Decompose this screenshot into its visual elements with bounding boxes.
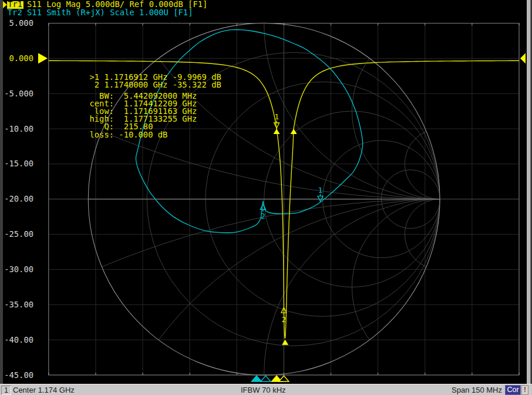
marker-readout: >1 1.1716912 GHz -9.9969 dB 2 1.1740000 …: [90, 73, 221, 89]
y-axis-label: -30.00: [0, 266, 33, 273]
y-axis-label: -35.00: [0, 301, 33, 309]
smith-reactance-arc: [88, 199, 532, 384]
y-axis-label: -25.00: [0, 230, 33, 238]
marker-number-label: 2: [281, 315, 286, 324]
y-axis-label: -20.00: [0, 195, 33, 203]
y-axis-label: 0.000: [0, 55, 33, 62]
status-bar: 1 Center 1.174 GHz IFBW 70 kHz Span 150 …: [0, 384, 532, 395]
smith-reactance-arc: [264, 199, 532, 384]
status-span[interactable]: Span 150 MHz: [452, 386, 502, 394]
y-axis-label: 5.000: [0, 19, 33, 27]
smith-reactance-arc: [0, 199, 532, 384]
status-ifbw[interactable]: IFBW 70 kHz: [241, 386, 286, 394]
y-axis-label: -10.00: [0, 125, 33, 133]
readout-line: loss: -10.000 dB: [90, 131, 197, 139]
marker-number-label: 1: [318, 186, 323, 195]
trace2-settings[interactable]: Tr2 S11 Smith (R+jX) Scale 1.000U [F1]: [8, 9, 193, 17]
readout-line: 2 1.1740000 GHz -35.322 dB: [90, 81, 221, 89]
y-axis-label: -40.00: [0, 336, 33, 344]
smith-reactance-arc: [0, 0, 532, 199]
measurement-plot: 1212: [0, 0, 532, 384]
bandwidth-search-triangle[interactable]: [274, 129, 280, 134]
correction-status-badge[interactable]: Cor: [505, 385, 521, 395]
active-trace-triangle-icon: [3, 1, 7, 8]
marker-number-label: 1: [274, 112, 279, 121]
smith-reactance-arc: [264, 0, 532, 199]
channel-indicator[interactable]: 1: [1, 386, 11, 395]
window-right-border: [526, 0, 532, 395]
vna-screen: 1212 Tr1 S11 Log Mag 5.000dB/ Ref 0.000d…: [0, 0, 532, 395]
reference-level-triangle-left[interactable]: [38, 53, 48, 63]
bandwidth-readout: BW: 5.442092000 MHzcent: 1.174412209 GHz…: [90, 92, 197, 139]
smith-reactance-arc: [352, 23, 527, 199]
reference-level-triangle-right[interactable]: [520, 53, 526, 63]
y-axis-label: -45.00: [0, 371, 33, 379]
trace2-marker2-stimulus-triangle[interactable]: [261, 376, 271, 381]
marker-number-label: 2: [261, 212, 265, 220]
y-axis-label: -5.000: [0, 90, 33, 98]
trace1-marker2-stimulus-triangle[interactable]: [279, 376, 289, 381]
trace2-marker-2[interactable]: 2: [260, 204, 265, 220]
status-center-frequency[interactable]: Center 1.174 GHz: [13, 386, 75, 394]
smith-reactance-arc: [352, 199, 527, 375]
y-axis-label: -15.00: [0, 160, 33, 168]
bandwidth-search-triangle[interactable]: [282, 340, 288, 345]
trace2-marker1-stimulus-triangle[interactable]: [251, 376, 261, 381]
trace1-marker-1[interactable]: 1: [274, 112, 280, 128]
smith-chart-grid: [0, 0, 532, 384]
warning-indicator[interactable]: !: [521, 385, 528, 395]
